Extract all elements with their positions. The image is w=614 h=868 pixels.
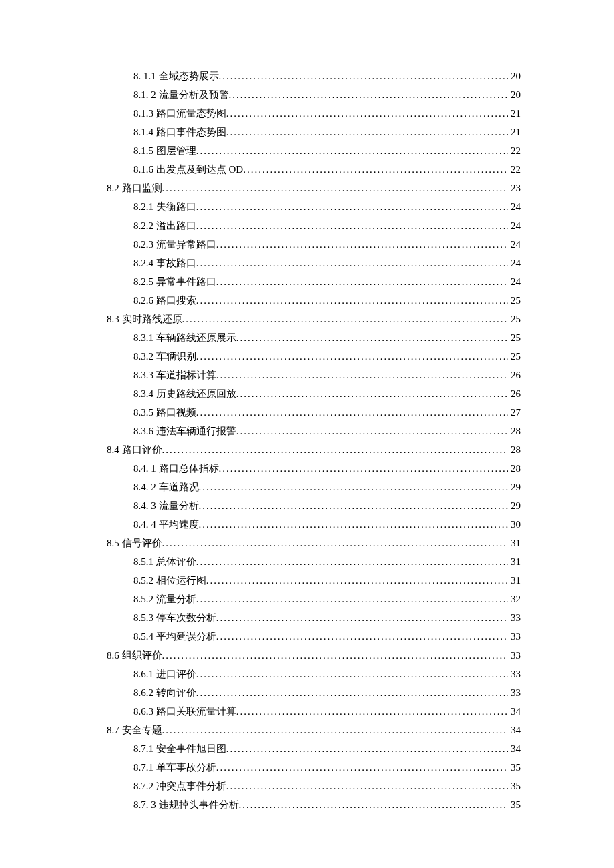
toc-entry[interactable]: 8. 1.1 全域态势展示 20 <box>107 67 521 85</box>
toc-entry[interactable]: 8.5.2 相位运行图31 <box>107 571 521 590</box>
toc-entry[interactable]: 8.1.5 图层管理22 <box>107 141 521 160</box>
toc-leader-dots <box>162 440 509 459</box>
toc-leader-dots <box>216 627 508 646</box>
toc-entry-page: 25 <box>508 347 521 366</box>
toc-entry-label: 8.3.3 车道指标计算 <box>133 366 216 384</box>
toc-entry-page: 30 <box>508 515 521 534</box>
toc-entry-label: 8.7. 3 违规掉头事件分析 <box>133 795 239 814</box>
toc-entry-page: 33 <box>508 608 521 627</box>
toc-entry[interactable]: 8.7. 3 违规掉头事件分析 35 <box>107 795 521 814</box>
toc-entry-page: 28 <box>508 440 521 459</box>
toc-entry[interactable]: 8.5 信号评价31 <box>107 534 521 552</box>
toc-entry-page: 24 <box>508 272 521 291</box>
toc-entry-label: 8.1.6 出发点及到达点 OD <box>133 160 243 179</box>
toc-entry[interactable]: 8.1.6 出发点及到达点 OD22 <box>107 160 521 179</box>
toc-leader-dots <box>236 328 508 347</box>
toc-entry[interactable]: 8.4. 4 平均速度 30 <box>107 515 521 534</box>
toc-leader-dots <box>219 459 509 478</box>
toc-entry-page: 27 <box>508 403 521 422</box>
toc-entry-label: 8.6.1 进口评价 <box>133 665 196 683</box>
toc-leader-dots <box>196 683 508 702</box>
toc-entry[interactable]: 8.4 路口评价28 <box>107 440 521 459</box>
toc-entry-label: 8.3.2 车辆识别 <box>133 347 196 366</box>
toc-entry-page: 29 <box>508 478 521 496</box>
toc-entry-page: 33 <box>508 683 521 702</box>
toc-entry-label: 8.5.2 流量分析 <box>133 590 196 608</box>
toc-entry-label: 8.5.3 停车次数分析 <box>133 608 216 627</box>
toc-leader-dots <box>196 403 508 422</box>
toc-entry[interactable]: 8.2.5 异常事件路口24 <box>107 272 521 291</box>
toc-leader-dots <box>229 85 509 104</box>
toc-entry-label: 8.5.1 总体评价 <box>133 552 196 571</box>
toc-entry[interactable]: 8.3.1 车辆路线还原展示25 <box>107 328 521 347</box>
toc-entry[interactable]: 8.6 组织评价33 <box>107 646 521 665</box>
toc-entry[interactable]: 8.4. 1 路口总体指标 28 <box>107 459 521 478</box>
toc-entry[interactable]: 8.6.1 进口评价33 <box>107 665 521 683</box>
toc-entry-page: 33 <box>508 646 521 665</box>
toc-leader-dots <box>162 646 509 665</box>
toc-leader-dots <box>196 590 508 608</box>
toc-entry[interactable]: 8.1. 2 流量分析及预警 20 <box>107 85 521 104</box>
toc-entry-label: 8.6 组织评价 <box>107 646 162 665</box>
toc-entry[interactable]: 8.7 安全专题34 <box>107 721 521 739</box>
toc-entry[interactable]: 8.4. 2 车道路况 29 <box>107 478 521 496</box>
toc-entry-label: 8.6.3 路口关联流量计算 <box>133 702 236 721</box>
toc-entry[interactable]: 8.3.5 路口视频27 <box>107 403 521 422</box>
toc-entry[interactable]: 8.3.3 车道指标计算26 <box>107 366 521 384</box>
toc-entry[interactable]: 8.4. 3 流量分析 29 <box>107 496 521 515</box>
toc-entry-label: 8.2.3 流量异常路口 <box>133 235 216 254</box>
toc-entry[interactable]: 8.7.1 安全事件旭日图34 <box>107 739 521 758</box>
toc-leader-dots <box>162 721 509 739</box>
toc-entry[interactable]: 8.2.4 事故路口24 <box>107 254 521 272</box>
toc-entry[interactable]: 8.3.6 违法车辆通行报警28 <box>107 422 521 440</box>
toc-entry[interactable]: 8.2.2 溢出路口24 <box>107 216 521 235</box>
toc-entry-label: 8.7 安全专题 <box>107 721 162 739</box>
toc-entry-label: 8.1.4 路口事件态势图 <box>133 123 226 141</box>
toc-entry-label: 8.7.1 安全事件旭日图 <box>133 739 226 758</box>
toc-entry-page: 34 <box>508 702 521 721</box>
toc-entry-page: 24 <box>508 197 521 216</box>
toc-entry-label: 8.7.2 冲突点事件分析 <box>133 777 226 795</box>
toc-entry-label: 8.3 实时路线还原 <box>107 310 182 328</box>
toc-leader-dots <box>226 777 508 795</box>
toc-entry[interactable]: 8.3.4 历史路线还原回放26 <box>107 384 521 403</box>
toc-leader-dots <box>162 179 509 197</box>
toc-entry[interactable]: 8.3.2 车辆识别25 <box>107 347 521 366</box>
toc-entry[interactable]: 8.3 实时路线还原25 <box>107 310 521 328</box>
toc-entry-label: 8.4 路口评价 <box>107 440 162 459</box>
toc-entry[interactable]: 8.6.2 转向评价33 <box>107 683 521 702</box>
toc-leader-dots <box>199 515 509 534</box>
toc-entry[interactable]: 8.6.3 路口关联流量计算34 <box>107 702 521 721</box>
toc-entry[interactable]: 8.5.2 流量分析32 <box>107 590 521 608</box>
toc-entry-page: 28 <box>508 459 521 478</box>
toc-entry-label: 8.5.4 平均延误分析 <box>133 627 216 646</box>
toc-entry[interactable]: 8.5.3 停车次数分析33 <box>107 608 521 627</box>
toc-entry[interactable]: 8.2 路口监测23 <box>107 179 521 197</box>
toc-leader-dots <box>196 216 508 235</box>
toc-entry-page: 28 <box>508 422 521 440</box>
toc-leader-dots <box>236 702 508 721</box>
toc-entry[interactable]: 8.2.1 失衡路口24 <box>107 197 521 216</box>
toc-entry-label: 8.1.5 图层管理 <box>133 141 196 160</box>
toc-entry[interactable]: 8.1.3 路口流量态势图21 <box>107 104 521 123</box>
toc-leader-dots <box>236 384 508 403</box>
toc-entry[interactable]: 8.5.4 平均延误分析33 <box>107 627 521 646</box>
toc-entry[interactable]: 8.7.1 单车事故分析35 <box>107 758 521 777</box>
toc-entry[interactable]: 8.5.1 总体评价31 <box>107 552 521 571</box>
toc-entry-page: 24 <box>508 254 521 272</box>
toc-entry-label: 8.7.1 单车事故分析 <box>133 758 216 777</box>
toc-entry-page: 21 <box>508 123 521 141</box>
toc-leader-dots <box>216 608 508 627</box>
toc-entry-label: 8.2.6 路口搜索 <box>133 291 196 310</box>
toc-entry[interactable]: 8.7.2 冲突点事件分析35 <box>107 777 521 795</box>
toc-entry[interactable]: 8.2.6 路口搜索25 <box>107 291 521 310</box>
toc-entry[interactable]: 8.1.4 路口事件态势图21 <box>107 123 521 141</box>
toc-entry-page: 25 <box>508 328 521 347</box>
toc-leader-dots <box>196 197 508 216</box>
toc-entry-page: 26 <box>508 384 521 403</box>
toc-leader-dots <box>226 123 508 141</box>
toc-entry-page: 33 <box>508 627 521 646</box>
toc-entry-page: 24 <box>508 235 521 254</box>
toc-leader-dots <box>236 422 508 440</box>
toc-entry[interactable]: 8.2.3 流量异常路口24 <box>107 235 521 254</box>
